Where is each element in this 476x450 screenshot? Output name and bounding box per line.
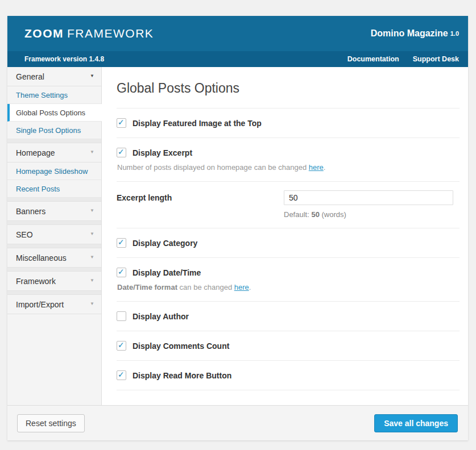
framework-version-label: Framework version 1.4.8 (24, 55, 104, 63)
documentation-link[interactable]: Documentation (347, 55, 399, 63)
support-desk-link[interactable]: Support Desk (413, 55, 459, 63)
brand-bold: ZOOM (24, 27, 64, 40)
excerpt-length-input[interactable] (284, 190, 453, 205)
chevron-down-icon: ▼ (90, 149, 94, 155)
display-category-checkbox[interactable] (117, 238, 126, 248)
sidebar-group-general[interactable]: General ▼ (7, 67, 101, 86)
option-label[interactable]: Display Category (133, 239, 197, 248)
chevron-down-icon: ▼ (90, 73, 94, 78)
chevron-down-icon: ▼ (90, 278, 94, 283)
option-label[interactable]: Display Excerpt (133, 148, 192, 157)
sidebar-nav: General ▼ Theme Settings Global Posts Op… (7, 67, 102, 405)
option-label[interactable]: Display Author (133, 312, 189, 321)
display-excerpt-checkbox[interactable] (117, 148, 126, 157)
sidebar-divider (7, 268, 101, 272)
theme-version: 1.0 (450, 30, 459, 37)
chevron-down-icon: ▼ (90, 231, 94, 236)
sidebar-item-homepage-slideshow[interactable]: Homepage Slideshow (7, 163, 101, 180)
option-row-excerpt: Display Excerpt Number of posts displaye… (117, 138, 460, 181)
option-row-featured-image: Display Featured Image at the Top (117, 108, 460, 138)
sidebar-divider (7, 198, 101, 202)
sidebar-item-single-post-options[interactable]: Single Post Options (7, 122, 101, 139)
theme-name: Domino Magazine1.0 (371, 28, 459, 39)
sidebar-group-homepage[interactable]: Homepage ▼ (7, 143, 101, 163)
chevron-down-icon: ▼ (90, 301, 94, 306)
chevron-down-icon: ▼ (90, 255, 94, 260)
display-comments-count-checkbox[interactable] (117, 341, 126, 351)
sidebar-group-seo[interactable]: SEO ▼ (7, 225, 101, 244)
excerpt-note-here-link[interactable]: here (309, 163, 324, 172)
sidebar-divider (7, 244, 101, 248)
option-label[interactable]: Display Date/Time (133, 268, 201, 277)
option-row-read-more: Display Read More Button (117, 360, 460, 390)
display-author-checkbox[interactable] (117, 311, 126, 321)
brand-light: FRAMEWORK (67, 27, 154, 40)
footer-bar: Reset settings Save all changes (7, 405, 468, 440)
option-label[interactable]: Display Read More Button (133, 371, 231, 380)
header-bar: ZOOMFRAMEWORK Domino Magazine1.0 (7, 16, 468, 51)
sidebar-divider (7, 139, 101, 143)
sidebar-group-banners[interactable]: Banners ▼ (7, 202, 101, 221)
sidebar-divider (7, 291, 101, 295)
option-note: Number of posts displayed on homepage ca… (117, 163, 460, 172)
excerpt-length-label: Excerpt length (117, 190, 284, 219)
page-title: Global Posts Options (117, 81, 460, 96)
sidebar-item-theme-settings[interactable]: Theme Settings (7, 86, 101, 104)
option-row-comments-count: Display Comments Count (117, 331, 460, 360)
display-read-more-checkbox[interactable] (117, 370, 126, 380)
option-label[interactable]: Display Comments Count (133, 341, 229, 351)
excerpt-length-row: Excerpt length Default: 50 (words) (117, 181, 460, 228)
settings-panel: ZOOMFRAMEWORK Domino Magazine1.0 Framewo… (7, 16, 468, 440)
zoom-framework-logo: ZOOMFRAMEWORK (24, 27, 154, 40)
display-featured-image-checkbox[interactable] (117, 118, 126, 128)
option-row-datetime: Display Date/Time Date/Time format can b… (117, 257, 460, 301)
datetime-note-here-link[interactable]: here (234, 283, 249, 291)
option-label[interactable]: Display Featured Image at the Top (133, 119, 262, 128)
sidebar-group-import-export[interactable]: Import/Export ▼ (7, 295, 101, 314)
subheader-bar: Framework version 1.4.8 Documentation Su… (7, 51, 468, 67)
sidebar-divider (7, 221, 101, 225)
sidebar-item-global-posts-options[interactable]: Global Posts Options (7, 104, 102, 122)
chevron-down-icon: ▼ (90, 208, 94, 213)
display-datetime-checkbox[interactable] (117, 268, 126, 277)
sidebar-group-framework[interactable]: Framework ▼ (7, 272, 101, 291)
option-note: Date/Time format can be changed here. (117, 283, 460, 291)
excerpt-length-help: Default: 50 (words) (284, 210, 453, 219)
sidebar-item-recent-posts[interactable]: Recent Posts (7, 180, 101, 198)
option-row-category: Display Category (117, 228, 460, 257)
main-content: Global Posts Options Display Featured Im… (102, 67, 468, 405)
save-all-changes-button[interactable]: Save all changes (374, 414, 458, 432)
option-row-author: Display Author (117, 301, 460, 331)
sidebar-group-miscellaneous[interactable]: Miscellaneous ▼ (7, 248, 101, 268)
reset-settings-button[interactable]: Reset settings (17, 414, 85, 432)
